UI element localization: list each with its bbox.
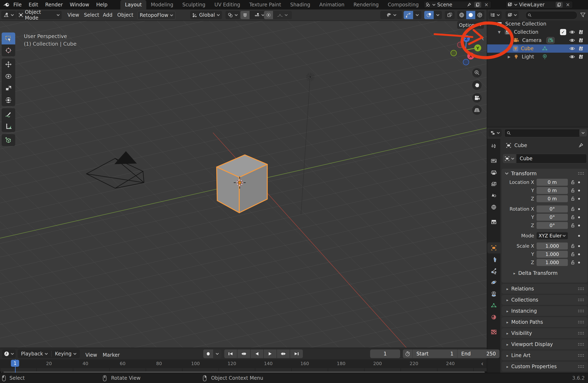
shading-solid-button[interactable]	[466, 11, 475, 19]
timeline-collapse-chevron[interactable]: ‹	[481, 361, 483, 367]
xray-toggle[interactable]	[445, 11, 455, 19]
menu-select[interactable]: Select	[82, 11, 101, 19]
animate-dot[interactable]	[578, 208, 580, 210]
tab-particles[interactable]	[487, 265, 500, 277]
shading-wireframe-button[interactable]	[457, 11, 466, 19]
scale-x-field[interactable]: 1.000	[537, 242, 568, 249]
frame-start-field[interactable]: Start1	[413, 351, 457, 357]
proportional-editing-toggle[interactable]	[264, 11, 273, 19]
animate-dot[interactable]	[578, 216, 580, 218]
unlock-icon[interactable]	[570, 196, 575, 201]
tab-object[interactable]	[487, 242, 500, 253]
timeline-track[interactable]	[0, 368, 487, 371]
unlock-icon[interactable]	[570, 215, 575, 220]
hide-eye-icon[interactable]	[569, 38, 575, 42]
scale-y-field[interactable]: 1.000	[537, 251, 568, 258]
gizmo-toggle[interactable]	[404, 11, 413, 19]
outliner-search[interactable]	[525, 11, 577, 19]
disable-render-camera-icon[interactable]	[578, 46, 584, 51]
disable-render-camera-icon[interactable]	[578, 38, 584, 43]
options-button[interactable]: Options	[457, 21, 484, 29]
visibility-dropdown[interactable]	[380, 11, 402, 19]
timeline-editor-type-button[interactable]	[2, 349, 16, 358]
panel-drag-handle[interactable]	[578, 354, 585, 357]
jump-to-end-button[interactable]	[290, 349, 303, 358]
menu-edit[interactable]: Edit	[25, 0, 42, 9]
auto-keyframe-button[interactable]	[203, 349, 213, 358]
delta-transform-subpanel[interactable]: ▸ Delta Transform	[502, 268, 588, 278]
panel-visibility[interactable]: ▸Visibility	[502, 328, 588, 338]
panel-collections[interactable]: ▸Collections	[502, 295, 588, 305]
tab-layout[interactable]: Layout	[120, 0, 146, 9]
scale-z-field[interactable]: 1.000	[537, 259, 568, 266]
unlock-icon[interactable]	[570, 243, 575, 248]
light-data-icon[interactable]	[542, 54, 548, 60]
disable-render-camera-icon[interactable]	[578, 54, 584, 59]
row-collection[interactable]: ▼ Collection ✓	[487, 28, 588, 36]
outliner-search-input[interactable]	[533, 13, 575, 18]
row-light[interactable]: ▶ Light	[487, 53, 588, 61]
editor-type-button[interactable]	[1, 11, 16, 19]
rotation-mode-dropdown[interactable]: XYZ Euler	[537, 232, 568, 239]
collection-checkbox[interactable]: ✓	[560, 29, 566, 35]
panel-drag-handle[interactable]	[578, 287, 585, 290]
unlink-scene-icon[interactable]: ×	[483, 2, 490, 8]
animate-dot[interactable]	[578, 245, 580, 247]
play-button[interactable]	[264, 349, 276, 358]
tool-scale[interactable]	[2, 82, 15, 94]
hide-eye-icon[interactable]	[569, 55, 575, 59]
tab-scene[interactable]	[487, 190, 500, 201]
snap-toggle[interactable]	[240, 11, 250, 19]
panel-drag-handle[interactable]	[578, 321, 585, 324]
disclosure-triangle[interactable]: ▶	[508, 46, 512, 51]
tool-annotate[interactable]	[2, 108, 15, 120]
unlock-icon[interactable]	[570, 206, 575, 211]
current-frame-field[interactable]: 1	[370, 349, 400, 358]
disclosure-triangle[interactable]: ▶	[508, 55, 512, 59]
unlock-icon[interactable]	[570, 252, 575, 257]
3d-viewport[interactable]: Z Y X User Perspective (1) Collection | …	[0, 20, 487, 348]
pin-icon[interactable]	[578, 143, 584, 148]
animate-dot[interactable]	[578, 181, 580, 183]
filter-icon[interactable]	[580, 12, 586, 18]
properties-editor-type-button[interactable]	[488, 129, 502, 137]
location-z-field[interactable]: 0 m	[537, 195, 568, 202]
gizmo-axis-neg-y[interactable]	[451, 50, 457, 56]
menu-object[interactable]: Object	[115, 11, 135, 19]
tool-measure[interactable]	[2, 120, 15, 132]
gizmo-axis-neg-z[interactable]	[463, 59, 469, 65]
panel-relations[interactable]: ▸Relations	[502, 284, 588, 294]
new-view-layer-icon[interactable]	[556, 2, 563, 8]
unlock-icon[interactable]	[570, 223, 575, 228]
location-y-field[interactable]: 0 m	[537, 187, 568, 194]
mode-dropdown[interactable]: Object Mode	[17, 11, 62, 19]
properties-options-dropdown[interactable]	[579, 129, 587, 136]
tool-select-box[interactable]	[2, 33, 15, 44]
panel-drag-handle[interactable]	[578, 309, 585, 313]
tab-render[interactable]	[487, 155, 500, 166]
panel-drag-handle[interactable]	[578, 332, 585, 335]
panel-drag-handle[interactable]	[578, 298, 585, 302]
animate-dot[interactable]	[578, 225, 580, 226]
jump-to-start-button[interactable]	[224, 349, 237, 358]
animate-dot[interactable]	[578, 198, 580, 200]
perspective-toggle-button[interactable]	[472, 105, 482, 115]
menu-window[interactable]: Window	[66, 0, 93, 9]
retopoflow-dropdown[interactable]: RetopoFlow	[137, 11, 175, 20]
animate-dot[interactable]	[578, 262, 580, 263]
rotation-y-field[interactable]: 0°	[537, 214, 568, 221]
view-layer-selector[interactable]: ViewLayer ×	[506, 1, 573, 8]
animate-dot[interactable]	[578, 190, 580, 192]
id-type-dropdown[interactable]	[503, 154, 516, 163]
tab-collection-props[interactable]	[487, 216, 500, 227]
use-preview-range-icon[interactable]	[403, 351, 412, 357]
play-reverse-button[interactable]	[251, 349, 263, 358]
outliner-display-mode-button[interactable]	[505, 11, 519, 19]
panel-viewport-display[interactable]: ▸Viewport Display	[502, 339, 588, 349]
gizmo-dropdown[interactable]	[413, 11, 421, 19]
menu-add[interactable]: Add	[101, 11, 114, 19]
overlays-dropdown[interactable]	[434, 11, 442, 19]
autokey-dropdown[interactable]	[213, 349, 221, 358]
panel-drag-handle[interactable]	[578, 365, 585, 368]
new-scene-icon[interactable]	[474, 2, 481, 8]
